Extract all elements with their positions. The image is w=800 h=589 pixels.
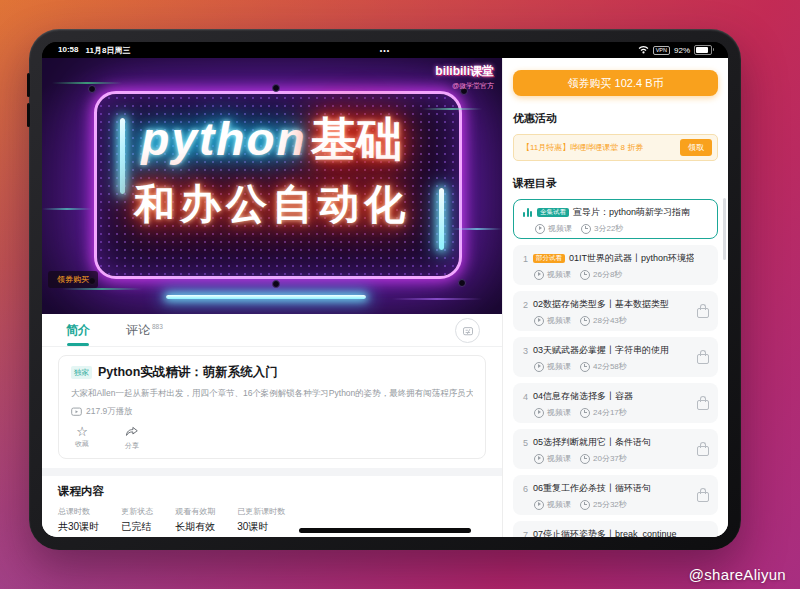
frame-screw (272, 84, 280, 92)
danmaku-icon (462, 325, 474, 337)
clock-icon (580, 270, 590, 280)
clock-icon (580, 316, 590, 326)
course-panel: 领券购买 102.4 B币 优惠活动 【11月特惠】哔哩哔哩课堂 8 折券 领取… (502, 58, 728, 537)
episode-title: 宣导片：python萌新学习指南 (573, 206, 690, 219)
course-content-heading: 课程内容 (58, 484, 486, 499)
lock-icon (697, 354, 709, 364)
exclusive-badge: 独家 (71, 366, 92, 379)
video-player[interactable]: python基础 和办公自动化 bilibili课堂 @微学堂官方 领券购买 (42, 58, 502, 314)
glitch-streak (452, 228, 502, 230)
frame-screw (88, 85, 96, 93)
episode-duration: 25分32秒 (593, 499, 627, 510)
episode-card[interactable]: 1 部分试看 01IT世界的武器丨python环境搭建_第一个 视频课 26分8… (513, 245, 718, 285)
episode-card-trailer[interactable]: 全集试看 宣导片：python萌新学习指南 视频课 3分22秒 (513, 199, 718, 239)
coupon-overlay-tag[interactable]: 领券购买 (48, 271, 98, 288)
tab-intro[interactable]: 简介 (66, 314, 90, 346)
episode-duration: 42分58秒 (593, 361, 627, 372)
episode-index: 1 (522, 254, 529, 264)
play-circle-icon (535, 224, 545, 234)
stat-update-status: 更新状态 已完结 (121, 506, 153, 534)
ipad-screen: 10:58 11月8日周三 ••• VPN 92% (42, 42, 728, 537)
panel-scrollbar[interactable] (723, 198, 726, 260)
star-icon: ☆ (76, 425, 88, 439)
stat-total-lessons: 总课时数 共30课时 (58, 506, 99, 534)
clock-time: 10:58 (58, 45, 78, 56)
neon-text-jichu: 基础 (311, 113, 403, 165)
coupon-text: 【11月特惠】哔哩哔哩课堂 8 折券 (522, 142, 643, 153)
clock-icon (580, 408, 590, 418)
play-circle-icon (534, 270, 544, 280)
episode-duration: 26分8秒 (593, 269, 622, 280)
clock-icon (580, 500, 590, 510)
stat-value: 30课时 (237, 520, 285, 534)
favorite-label: 收藏 (75, 439, 89, 449)
episode-type: 视频课 (547, 453, 571, 464)
logo-subtitle: @微学堂官方 (435, 81, 494, 91)
glitch-streak (52, 82, 122, 84)
lock-icon (697, 446, 709, 456)
bilibili-class-logo: bilibili课堂 @微学堂官方 (435, 63, 494, 91)
lock-icon (697, 308, 709, 318)
play-circle-icon (534, 362, 544, 372)
share-button[interactable]: 分享 (125, 425, 139, 451)
episode-index: 4 (522, 392, 529, 402)
episode-title: 01IT世界的武器丨python环境搭建_第一个 (569, 252, 694, 265)
episode-index: 5 (522, 438, 529, 448)
glitch-streak (422, 108, 482, 110)
date-label: 11月8日周三 (85, 45, 130, 56)
stat-validity: 观看有效期 长期有效 (175, 506, 215, 534)
play-count: 217.9万播放 (86, 406, 133, 418)
stat-value: 长期有效 (175, 520, 215, 534)
episode-duration: 24分17秒 (593, 407, 627, 418)
episode-type: 视频课 (547, 407, 571, 418)
play-circle-icon (534, 454, 544, 464)
episode-type: 视频课 (547, 499, 571, 510)
wifi-icon (638, 45, 649, 56)
course-description: 大家和Allen一起从新手村出发，用四个章节、16个案例解锁各种学习Python… (71, 388, 473, 400)
frame-screw (272, 280, 280, 288)
episode-card[interactable]: 2 02数据存储类型多丨基本数据类型 视频课 28分43秒 (513, 291, 718, 331)
catalog-heading: 课程目录 (513, 176, 718, 191)
episode-title: 04信息存储选择多丨容器 (533, 390, 633, 403)
claim-coupon-button[interactable]: 领取 (680, 139, 712, 156)
episode-title: 02数据存储类型多丨基本数据类型 (533, 298, 669, 311)
episode-title: 06重复工作必杀技丨循环语句 (533, 482, 651, 495)
course-content-section: 课程内容 总课时数 共30课时 更新状态 已完结 观看有效期 (42, 476, 502, 534)
status-bar: 10:58 11月8日周三 ••• VPN 92% (42, 42, 728, 58)
clock-icon (580, 362, 590, 372)
episode-card[interactable]: 4 04信息存储选择多丨容器 视频课 24分17秒 (513, 383, 718, 423)
episode-card[interactable]: 5 05选择判断就用它丨条件语句 视频课 20分37秒 (513, 429, 718, 469)
favorite-button[interactable]: ☆ 收藏 (75, 425, 89, 451)
buy-button[interactable]: 领券购买 102.4 B币 (513, 70, 718, 96)
neon-title-line1: python基础 (42, 116, 502, 162)
stat-label: 更新状态 (121, 506, 153, 517)
course-title: Python实战精讲：萌新系统入门 (98, 364, 278, 381)
course-summary-card: 独家 Python实战精讲：萌新系统入门 大家和Allen一起从新手村出发，用四… (58, 355, 486, 459)
episode-card[interactable]: 6 06重复工作必杀技丨循环语句 视频课 25分32秒 (513, 475, 718, 515)
neon-tube-bottom (166, 295, 366, 299)
episode-type: 视频课 (547, 315, 571, 326)
stat-value: 共30课时 (58, 520, 99, 534)
multitask-dots-icon: ••• (380, 47, 390, 54)
home-indicator[interactable] (299, 528, 471, 533)
play-circle-icon (534, 500, 544, 510)
tab-bar: 简介 评论 883 (42, 314, 502, 347)
vpn-badge: VPN (653, 46, 670, 55)
status-time-date: 10:58 11月8日周三 (58, 45, 130, 56)
coupon-banner[interactable]: 【11月特惠】哔哩哔哩课堂 8 折券 领取 (513, 134, 718, 161)
glitch-streak (62, 288, 142, 290)
tab-comments[interactable]: 评论 883 (126, 322, 163, 339)
stat-label: 观看有效期 (175, 506, 215, 517)
episode-card[interactable]: 7 07停止循环姿势多丨break_continue (513, 521, 718, 537)
tab-comments-label: 评论 (126, 322, 150, 339)
frame-screw (458, 279, 466, 287)
share-label: 分享 (125, 441, 139, 451)
episode-duration: 28分43秒 (593, 315, 627, 326)
danmaku-settings-button[interactable] (455, 318, 480, 343)
trial-badge-full: 全集试看 (537, 208, 569, 218)
volume-down-button (27, 103, 30, 127)
watermark: @shareAliyun (689, 566, 786, 583)
episode-duration: 3分22秒 (594, 223, 623, 234)
episode-card[interactable]: 3 03天赋武器必掌握丨字符串的使用 视频课 42分58秒 (513, 337, 718, 377)
comments-count: 883 (152, 323, 163, 330)
